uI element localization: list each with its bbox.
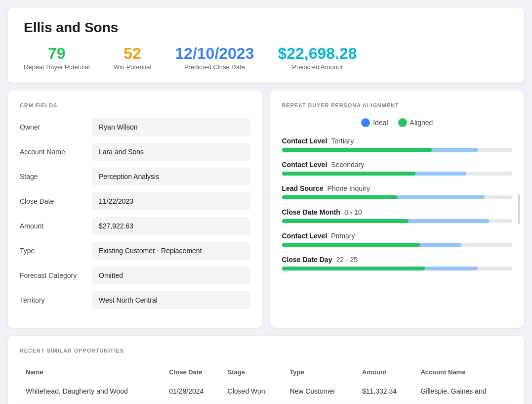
bar-aligned-5 [282,267,425,270]
table-cell: Gillespie, Gaines and [414,381,512,402]
persona-card: REPEAT BUYER PERSONA ALIGNMENT Ideal Ali… [270,90,525,328]
recent-card: RECENT SIMILAR OPPORTUNITIES NameClose D… [8,336,524,404]
field-value: $27,922.63 [92,217,250,235]
metrics-row: 79 Repeat Buyer Potential 52 Win Potenti… [24,45,508,71]
alignment-value: Phone Inquiry [327,184,370,192]
aligned-label: Aligned [410,119,433,127]
metric-repeat-buyer: 79 Repeat Buyer Potential [24,45,90,71]
alignment-header-4: Contact Level Primary [282,232,513,240]
table-cell: $11,332.34 [356,381,414,402]
bar-track-3 [282,219,513,223]
bar-aligned-1 [282,172,416,176]
table-col-header: Stage [222,363,284,381]
company-title: Ellis and Sons [24,20,508,36]
metric-value-win-potential: 52 [123,45,141,61]
metric-predicted-close: 12/10/2023 Predicted Close Date [175,45,254,71]
crm-field-row: Account Name Lara and Sons [20,143,250,161]
field-label: Account Name [20,148,84,156]
table-col-header: Name [20,363,163,381]
field-label: Forecast Category [20,271,84,279]
crm-field-row: Owner Ryan Wilson [20,118,250,136]
ideal-dot [361,118,370,127]
metric-label-predicted-amount: Predicted Amount [292,63,343,71]
metric-predicted-amount: $22,698.28 Predicted Amount [278,45,357,71]
bar-aligned-2 [282,195,397,199]
field-value: Omitted [92,267,250,284]
two-col-section: CRM FIELDS Owner Ryan Wilson Account Nam… [8,90,524,328]
field-label: Owner [20,123,84,131]
field-label: Territory [20,296,84,304]
alignment-key: Contact Level [282,137,327,145]
bar-aligned-0 [282,148,432,152]
field-value: West North Central [92,291,250,309]
crm-field-row: Type Existing Customer - Replacement [20,242,250,260]
aligned-dot [398,118,407,127]
alignment-header-1: Contact Level Secondary [282,161,513,169]
table-col-header: Type [284,363,356,381]
alignment-key: Contact Level [282,161,327,169]
crm-field-row: Territory West North Central [20,291,250,309]
field-label: Stage [20,173,84,180]
crm-field-row: Close Date 11/22/2023 [20,192,250,210]
alignment-header-5: Close Date Day 22 - 25 [282,256,513,264]
alignment-header-0: Contact Level Tertiary [282,137,513,145]
field-value: Perception Analysis [92,168,250,185]
legend: Ideal Aligned [282,118,513,127]
bar-track-2 [282,195,513,199]
alignment-value: 8 - 10 [344,208,362,216]
bar-track-0 [282,148,513,152]
table-header: NameClose DateStageTypeAmountAccount Nam… [20,363,512,381]
field-value: Existing Customer - Replacement [92,242,250,260]
alignment-value: Tertiary [331,137,354,145]
bar-aligned-3 [282,219,409,223]
alignment-row-4: Contact Level Primary [282,232,513,247]
alignment-header-3: Close Date Month 8 - 10 [282,208,513,216]
metric-win-potential: 52 Win Potential [114,45,152,71]
field-value: Ryan Wilson [92,118,250,136]
table-col-header: Amount [356,363,414,381]
metric-value-repeat-buyer: 79 [48,45,66,61]
alignment-value: Primary [331,232,355,240]
bar-aligned-4 [282,243,420,247]
ideal-label: Ideal [373,119,388,127]
field-value: Lara and Sons [92,143,250,161]
alignment-header-2: Lead Source Phone Inquiry [282,184,513,192]
alignment-key: Close Date Month [282,208,340,216]
alignment-row-0: Contact Level Tertiary [282,137,513,152]
crm-section-title: CRM FIELDS [20,102,250,108]
metric-value-predicted-close: 12/10/2023 [175,45,254,61]
table-body: Whitehead, Daugherty and Wood01/29/2024C… [20,381,512,402]
legend-aligned: Aligned [398,118,433,127]
table-col-header: Close Date [163,363,221,381]
alignment-key: Close Date Day [282,256,332,264]
bar-track-1 [282,172,513,176]
alignment-row-2: Lead Source Phone Inquiry [282,184,513,199]
recent-table: NameClose DateStageTypeAmountAccount Nam… [20,363,512,402]
alignment-row-3: Close Date Month 8 - 10 [282,208,513,223]
metric-label-win-potential: Win Potential [114,63,152,71]
field-label: Amount [20,222,84,230]
table-row: Whitehead, Daugherty and Wood01/29/2024C… [20,381,512,402]
alignment-value: 22 - 25 [336,256,358,264]
bar-track-4 [282,243,513,247]
metric-label-repeat-buyer: Repeat Buyer Potential [24,63,90,71]
alignment-row-1: Contact Level Secondary [282,161,513,176]
field-value: 11/22/2023 [92,192,250,210]
persona-section-title: REPEAT BUYER PERSONA ALIGNMENT [282,102,513,108]
alignment-key: Lead Source [282,184,324,192]
table-col-header: Account Name [414,363,512,381]
alignment-value: Secondary [331,161,364,169]
scroll-indicator [518,194,520,224]
metric-value-predicted-amount: $22,698.28 [278,45,357,61]
crm-fields: Owner Ryan Wilson Account Name Lara and … [20,118,250,309]
metric-label-predicted-close: Predicted Close Date [184,63,245,71]
bar-track-5 [282,267,513,270]
alignments-list: Contact Level Tertiary Contact Level Sec… [282,137,513,270]
crm-field-row: Stage Perception Analysis [20,168,250,185]
table-header-row: NameClose DateStageTypeAmountAccount Nam… [20,363,512,381]
table-cell: Closed Won [222,381,284,402]
table-cell: New Customer [284,381,356,402]
field-label: Type [20,247,84,255]
header-card: Ellis and Sons 79 Repeat Buyer Potential… [8,8,524,83]
field-label: Close Date [20,197,84,205]
